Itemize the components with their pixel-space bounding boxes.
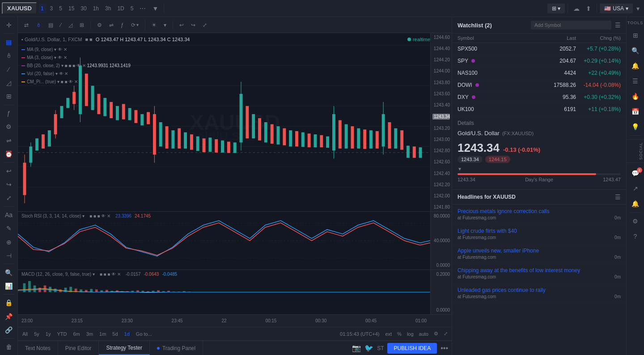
ruler-btn[interactable]: ⊣ [1, 249, 17, 262]
more-timeframes-btn[interactable]: ⋯ [137, 3, 148, 14]
timeframe-1d[interactable]: 1D [114, 4, 127, 13]
more-options-btn[interactable]: ▾ [634, 3, 642, 14]
crosshair-btn[interactable]: ✛ [1, 19, 17, 31]
tab-pine-editor[interactable]: Pine Editor [58, 341, 99, 355]
question-icon-btn[interactable]: ? [628, 230, 643, 243]
watchlist-row-spx500[interactable]: SPX500 2052.7 +5.7 (+0.28%) [452, 43, 626, 55]
sun-btn[interactable]: ☀ [149, 20, 159, 30]
camera-btn[interactable]: 📷 [352, 344, 361, 352]
headline-link-2[interactable]: Apple unveils new, smaller iPhone [458, 248, 621, 254]
watchlist-row-dowi[interactable]: DOWI 17588.26 -14.04 (-0.08%) [452, 79, 626, 91]
search-icon-btn[interactable]: 🔍 [628, 44, 643, 57]
tab-trading-panel[interactable]: Trading Panel [150, 341, 203, 355]
cloud-load-btn[interactable]: ⬆ [583, 3, 594, 14]
lock-btn[interactable]: 🔒 [1, 296, 17, 309]
line-btn[interactable]: ∕ [58, 20, 64, 30]
bar-count-btn[interactable]: 📊 [1, 280, 17, 292]
chart-alert-btn[interactable]: ⟳ ▾ [128, 20, 141, 30]
sync-btn[interactable]: ⇄ [21, 20, 31, 30]
draw-tool-btn[interactable]: ✎ [1, 222, 17, 235]
ext-btn[interactable]: ext [383, 330, 394, 338]
macd-panel[interactable]: MACD (12, 26, close, 9, false, true) ▾ ■… [18, 270, 452, 315]
share-icon-btn[interactable]: ↗ [628, 182, 643, 195]
measure-btn[interactable]: ⊕ [1, 235, 17, 248]
calendar-icon-btn[interactable]: 📅 [628, 105, 643, 118]
alarm-icon-btn[interactable]: 🔔 [628, 59, 643, 73]
headline-link-1[interactable]: Light crude flirts with $40 [458, 228, 621, 234]
timeframe-15[interactable]: 15 [66, 4, 77, 13]
headline-item-0[interactable]: Precious metals ignore correction calls … [452, 205, 626, 224]
timeframe-5[interactable]: 5 [56, 4, 65, 13]
watchlist-row-nas100[interactable]: NAS100 4424 +22 (+0.49%) [452, 67, 626, 79]
chart-settings-btn[interactable]: ⚙ [94, 20, 105, 30]
timeframe-5b[interactable]: 5 [128, 4, 136, 13]
fire-icon-btn[interactable]: 🔥 [628, 90, 643, 103]
range-5y[interactable]: 5y [31, 330, 42, 338]
headline-link-4[interactable]: Unleaded gas prices continue to rally [458, 287, 621, 293]
indicators-btn[interactable]: ƒ [1, 107, 17, 120]
tab-text-notes[interactable]: Text Notes [18, 341, 58, 355]
grid-view-btn[interactable]: ⊞ [628, 29, 643, 42]
timeframe-3h[interactable]: 3h [102, 4, 114, 13]
main-chart[interactable]: ▪ Gold/U.S. Dollar, 1, FXCM ■ ■ O 1243.4… [18, 33, 452, 212]
candle-btn[interactable]: 🕯 [33, 20, 44, 30]
indicators-toolbar-btn[interactable]: ƒ [118, 20, 127, 30]
range-6m[interactable]: 6m [70, 330, 82, 338]
chart-compare-btn[interactable]: ⇌ [106, 20, 116, 30]
range-goto[interactable]: Go to... [133, 330, 155, 338]
range-3m[interactable]: 3m [84, 330, 96, 338]
expand-btn[interactable]: ⤢ [200, 20, 210, 30]
zoom-btn[interactable]: 🔍 [1, 266, 17, 278]
timeframe-3[interactable]: 3 [47, 4, 56, 13]
cloud-save-btn[interactable]: ☁ [571, 3, 582, 14]
pin-btn[interactable]: 📌 [1, 310, 17, 323]
range-1d[interactable]: 1d [122, 330, 132, 338]
link-btn[interactable]: 🔗 [1, 324, 17, 336]
bell-icon-btn[interactable]: 🔔 [628, 197, 643, 210]
alert-btn[interactable]: ⏰ [1, 148, 17, 160]
headline-link-0[interactable]: Precious metals ignore correction calls [458, 208, 621, 214]
line-chart-btn[interactable]: ∕ [1, 63, 17, 75]
stoch-svg[interactable] [18, 212, 430, 269]
headlines-menu-btn[interactable]: ☰ [615, 193, 621, 201]
timeframe-30[interactable]: 30 [78, 4, 89, 13]
timeframe-1h[interactable]: 1h [90, 4, 102, 13]
area-chart-btn[interactable]: ◿ [1, 77, 17, 89]
candlestick-btn[interactable]: 🕯 [1, 49, 17, 62]
area-btn[interactable]: ◿ [66, 20, 75, 30]
gear-icon-btn[interactable]: ⚙ [628, 214, 643, 228]
redo-btn[interactable]: ↪ [1, 178, 17, 191]
percent-btn[interactable]: % [395, 330, 404, 338]
bar-btn[interactable]: ▤ [46, 20, 56, 30]
settings-btn[interactable]: ⚙ [1, 120, 17, 133]
headline-item-4[interactable]: Unleaded gas prices continue to rally at… [452, 283, 626, 303]
heiken-btn[interactable]: ⊞ [77, 20, 87, 30]
region-btn[interactable]: 🇺🇸 USA ▾ [600, 4, 633, 13]
range-1y[interactable]: 1y [43, 330, 54, 338]
publish-idea-btn[interactable]: PUBLISH IDEA [387, 343, 437, 354]
headline-item-2[interactable]: Apple unveils new, smaller iPhone at Fut… [452, 244, 626, 264]
forward-btn[interactable]: ↪ [188, 20, 198, 30]
headline-item-3[interactable]: Chipping away at the benefits of low int… [452, 264, 626, 283]
text-tool-btn[interactable]: Aa [1, 209, 17, 221]
chart-settings-gear[interactable]: ⚙ [432, 330, 441, 338]
trash-btn[interactable]: 🗑 [1, 340, 17, 353]
twitter-btn[interactable]: 🐦 [364, 344, 373, 352]
fullscreen-btn[interactable]: ⤢ [1, 192, 17, 204]
headline-link-3[interactable]: Chipping away at the benefits of low int… [458, 267, 621, 274]
bar-chart-btn[interactable]: ▤ [1, 35, 17, 48]
layout-btn[interactable]: ⊞ ▾ [547, 4, 565, 13]
range-all[interactable]: All [20, 330, 30, 338]
watchlist-row-spy[interactable]: SPY 204.67 +0.29 (+0.14%) [452, 55, 626, 67]
watchlist-menu-btn[interactable]: ☰ [615, 21, 621, 29]
list-icon-btn[interactable]: ☰ [628, 74, 643, 88]
log-btn[interactable]: log [405, 330, 416, 338]
sun-dropdown-btn[interactable]: ▾ [161, 20, 169, 30]
headline-item-1[interactable]: Light crude flirts with $40 at Futuresma… [452, 224, 626, 244]
watchlist-row-dxy[interactable]: DXY 95.36 +0.30 (+0.32%) [452, 91, 626, 103]
timeframe-1[interactable]: 1 [38, 4, 47, 13]
back-btn[interactable]: ↩ [177, 20, 186, 30]
stoch-panel[interactable]: Stoch RSI (3, 3, 14, 14, close) ▾ ■ ■ ■ … [18, 212, 452, 270]
range-1m[interactable]: 1m [97, 330, 109, 338]
more-tab-btn[interactable]: ••• [441, 344, 448, 352]
